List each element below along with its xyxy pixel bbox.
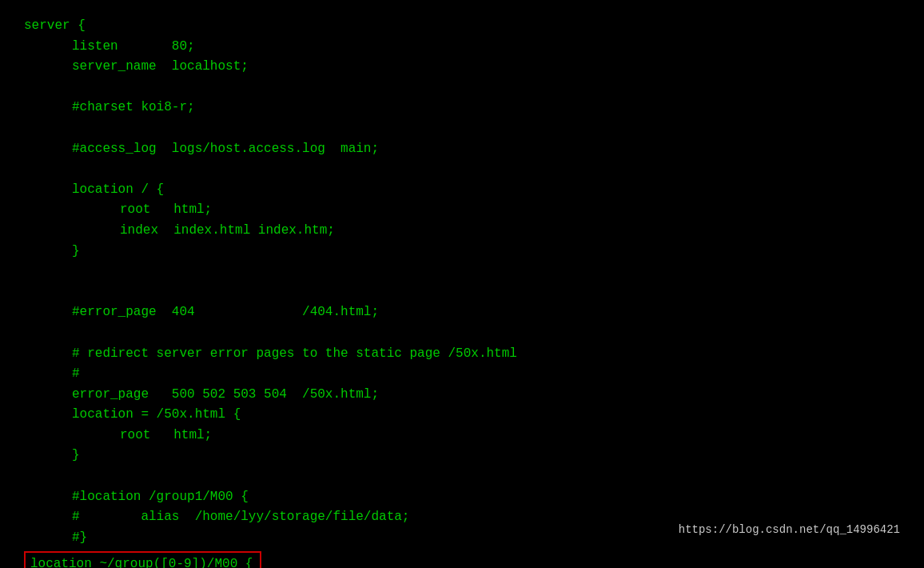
highlight-line-1: location ~/group([0-9])/M00 { [30, 554, 255, 568]
watermark: https://blog.csdn.net/qq_14996421 [679, 523, 900, 536]
code-line [24, 282, 900, 303]
code-line: #access_log logs/host.access.log main; [24, 139, 900, 160]
code-line: index index.html index.htm; [24, 221, 900, 242]
code-line: root html; [24, 426, 900, 446]
highlighted-code-block: location ~/group([0-9])/M00 { ngx_fastdf… [24, 551, 261, 568]
code-line: location = /50x.html { [24, 405, 900, 426]
code-line: # redirect server error pages to the sta… [24, 344, 900, 365]
code-editor: server { listen 80; server_name localhos… [0, 0, 924, 568]
code-line: } [24, 242, 900, 262]
code-line: location / { [24, 180, 900, 201]
code-line [24, 466, 900, 487]
code-line: #location /group1/M00 { [24, 487, 900, 508]
code-line: } [24, 446, 900, 466]
code-line: error_page 500 502 503 504 /50x.html; [24, 385, 900, 406]
code-line: root html; [24, 200, 900, 221]
code-line: #error_page 404 /404.html; [24, 302, 900, 323]
code-line: server_name localhost; [24, 57, 900, 78]
code-line [24, 262, 900, 282]
code-line [24, 159, 900, 180]
code-line [24, 323, 900, 344]
code-line [24, 78, 900, 98]
highlighted-block-wrapper: location ~/group([0-9])/M00 { ngx_fastdf… [24, 551, 900, 568]
code-line: # [24, 364, 900, 385]
code-line: server { [24, 16, 900, 37]
code-line: #charset koi8-r; [24, 98, 900, 118]
code-line: listen 80; [24, 37, 900, 58]
code-content: server { listen 80; server_name localhos… [24, 16, 900, 568]
code-line [24, 118, 900, 139]
